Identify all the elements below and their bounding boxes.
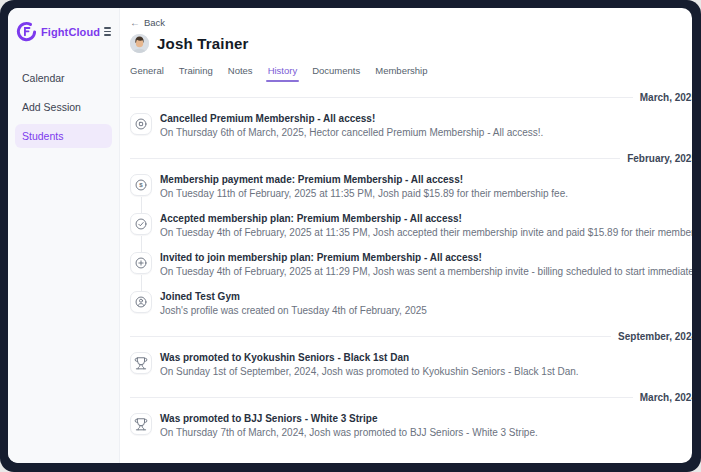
page-title: Josh Trainer <box>157 35 249 52</box>
entry-description: On Thursday 6th of March, 2025, Hector c… <box>160 127 543 138</box>
menu-toggle-icon[interactable] <box>104 25 111 37</box>
entry-description: Josh's profile was created on Tuesday 4t… <box>160 305 427 316</box>
entry-title: Cancelled Premium Membership - All acces… <box>160 113 543 124</box>
timeline-group: March, 2024 Was promoted to BJJ Seniors … <box>130 391 692 445</box>
brand-row: FightCloud <box>15 21 112 42</box>
sidebar-item-calendar[interactable]: Calendar <box>15 66 112 90</box>
check-circle-icon <box>130 213 152 235</box>
entry-list: $ Membership payment made: Premium Membe… <box>130 167 692 323</box>
month-divider <box>130 158 620 159</box>
timeline-group: February, 2025 $ Membership payment made… <box>130 152 692 323</box>
month-label: September, 2024 <box>618 331 692 342</box>
entry-text: Accepted membership plan: Premium Member… <box>160 213 692 238</box>
month-label: February, 2025 <box>627 153 692 164</box>
profile-header: Josh Trainer <box>130 34 692 53</box>
sidebar: FightCloud CalendarAdd SessionStudents <box>8 8 120 463</box>
main-content: ←Back Josh Trainer GeneralTrainingNotesH… <box>120 8 692 463</box>
entry-text: Was promoted to Kyokushin Seniors - Blac… <box>160 352 579 377</box>
dollar-circle-icon: $ <box>130 174 152 196</box>
entry-title: Joined Test Gym <box>160 291 427 302</box>
app-panel: FightCloud CalendarAdd SessionStudents ←… <box>8 8 692 463</box>
avatar <box>130 34 149 53</box>
tab-notes[interactable]: Notes <box>228 65 253 82</box>
entry-title: Invited to join membership plan: Premium… <box>160 252 692 263</box>
timeline-entry: Was promoted to Kyokushin Seniors - Blac… <box>130 345 692 384</box>
back-label: Back <box>144 17 165 28</box>
tab-documents[interactable]: Documents <box>312 65 360 82</box>
entry-description: On Tuesday 4th of February, 2025 at 11:2… <box>160 266 692 277</box>
month-label: March, 2025 <box>640 92 692 103</box>
timeline-entry: $ Membership payment made: Premium Membe… <box>130 167 692 206</box>
timeline-entry: Was promoted to BJJ Seniors - White 3 St… <box>130 406 692 445</box>
entry-list: Cancelled Premium Membership - All acces… <box>130 106 692 145</box>
month-header: September, 2024 <box>130 330 692 343</box>
fightcloud-logo-icon <box>16 21 37 42</box>
month-label: March, 2024 <box>640 392 692 403</box>
entry-text: Membership payment made: Premium Members… <box>160 174 568 199</box>
entry-description: On Thursday 7th of March, 2024, Josh was… <box>160 427 538 438</box>
entry-list: Was promoted to BJJ Seniors - White 3 St… <box>130 406 692 445</box>
entry-list: Was promoted to Kyokushin Seniors - Blac… <box>130 345 692 384</box>
sidebar-nav: CalendarAdd SessionStudents <box>15 66 112 148</box>
svg-text:$: $ <box>139 181 143 188</box>
month-header: March, 2025 <box>130 91 692 104</box>
month-divider <box>130 336 611 337</box>
entry-title: Membership payment made: Premium Members… <box>160 174 568 185</box>
stop-circle-icon <box>130 113 152 135</box>
entry-title: Was promoted to BJJ Seniors - White 3 St… <box>160 413 538 424</box>
entry-description: On Sunday 1st of September, 2024, Josh w… <box>160 366 579 377</box>
tab-membership[interactable]: Membership <box>375 65 427 82</box>
timeline-entry: Cancelled Premium Membership - All acces… <box>130 106 692 145</box>
entry-title: Accepted membership plan: Premium Member… <box>160 213 692 224</box>
tab-bar: GeneralTrainingNotesHistoryDocumentsMemb… <box>130 65 692 82</box>
back-arrow-icon: ← <box>130 17 140 28</box>
sidebar-item-add-session[interactable]: Add Session <box>15 95 112 119</box>
timeline-group: September, 2024 Was promoted to Kyokushi… <box>130 330 692 384</box>
tab-general[interactable]: General <box>130 65 164 82</box>
brand-name: FightCloud <box>41 26 100 38</box>
tab-training[interactable]: Training <box>179 65 213 82</box>
tab-history[interactable]: History <box>268 65 298 82</box>
app-window: FightCloud CalendarAdd SessionStudents ←… <box>0 0 701 472</box>
timeline-entry: Joined Test Gym Josh's profile was creat… <box>130 284 692 323</box>
timeline-entry: Accepted membership plan: Premium Member… <box>130 206 692 245</box>
entry-text: Joined Test Gym Josh's profile was creat… <box>160 291 427 316</box>
trophy-icon <box>130 413 152 435</box>
month-divider <box>130 97 633 98</box>
month-divider <box>130 397 633 398</box>
timeline-group: March, 2025 Cancelled Premium Membership… <box>130 91 692 145</box>
entry-text: Cancelled Premium Membership - All acces… <box>160 113 543 138</box>
user-circle-icon <box>130 291 152 313</box>
plus-circle-icon <box>130 252 152 274</box>
entry-description: On Tuesday 11th of February, 2025 at 11:… <box>160 188 568 199</box>
entry-title: Was promoted to Kyokushin Seniors - Blac… <box>160 352 579 363</box>
entry-text: Invited to join membership plan: Premium… <box>160 252 692 277</box>
entry-text: Was promoted to BJJ Seniors - White 3 St… <box>160 413 538 438</box>
sidebar-item-students[interactable]: Students <box>15 124 112 148</box>
month-header: March, 2024 <box>130 391 692 404</box>
entry-description: On Tuesday 4th of February, 2025 at 11:3… <box>160 227 692 238</box>
trophy-icon <box>130 352 152 374</box>
month-header: February, 2025 <box>130 152 692 165</box>
history-timeline: March, 2025 Cancelled Premium Membership… <box>130 84 692 445</box>
back-button[interactable]: ←Back <box>130 17 165 28</box>
timeline-entry: Invited to join membership plan: Premium… <box>130 245 692 284</box>
